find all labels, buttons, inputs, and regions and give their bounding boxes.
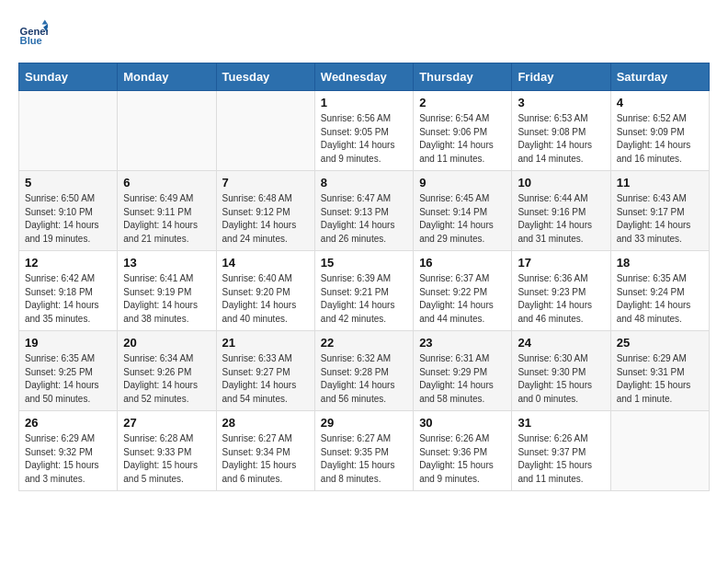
day-cell: 27Sunrise: 6:28 AM Sunset: 9:33 PM Dayli… xyxy=(118,411,216,491)
calendar-body: 1Sunrise: 6:56 AM Sunset: 9:05 PM Daylig… xyxy=(19,91,710,491)
day-number: 17 xyxy=(518,256,604,270)
day-cell: 31Sunrise: 6:26 AM Sunset: 9:37 PM Dayli… xyxy=(512,411,610,491)
day-info: Sunrise: 6:27 AM Sunset: 9:35 PM Dayligh… xyxy=(321,432,407,486)
day-info: Sunrise: 6:29 AM Sunset: 9:32 PM Dayligh… xyxy=(25,432,111,486)
day-number: 5 xyxy=(25,176,111,190)
day-cell: 21Sunrise: 6:33 AM Sunset: 9:27 PM Dayli… xyxy=(216,331,314,411)
day-info: Sunrise: 6:32 AM Sunset: 9:28 PM Dayligh… xyxy=(321,352,407,406)
day-number: 11 xyxy=(617,176,703,190)
day-number: 21 xyxy=(222,336,309,350)
day-number: 19 xyxy=(25,336,111,350)
day-number: 12 xyxy=(25,256,111,270)
day-info: Sunrise: 6:29 AM Sunset: 9:31 PM Dayligh… xyxy=(617,352,703,406)
day-header-saturday: Saturday xyxy=(610,63,709,91)
week-row-2: 5Sunrise: 6:50 AM Sunset: 9:10 PM Daylig… xyxy=(19,171,710,251)
day-cell: 12Sunrise: 6:42 AM Sunset: 9:18 PM Dayli… xyxy=(19,251,118,331)
day-cell: 14Sunrise: 6:40 AM Sunset: 9:20 PM Dayli… xyxy=(216,251,314,331)
day-info: Sunrise: 6:30 AM Sunset: 9:30 PM Dayligh… xyxy=(518,352,604,406)
day-number: 18 xyxy=(617,256,703,270)
day-cell: 4Sunrise: 6:52 AM Sunset: 9:09 PM Daylig… xyxy=(610,91,709,171)
day-info: Sunrise: 6:27 AM Sunset: 9:34 PM Dayligh… xyxy=(222,432,309,486)
day-cell: 9Sunrise: 6:45 AM Sunset: 9:14 PM Daylig… xyxy=(414,171,512,251)
day-cell: 30Sunrise: 6:26 AM Sunset: 9:36 PM Dayli… xyxy=(414,411,512,491)
day-number: 20 xyxy=(123,336,210,350)
day-info: Sunrise: 6:35 AM Sunset: 9:25 PM Dayligh… xyxy=(25,352,111,406)
day-info: Sunrise: 6:42 AM Sunset: 9:18 PM Dayligh… xyxy=(25,272,111,326)
day-info: Sunrise: 6:31 AM Sunset: 9:29 PM Dayligh… xyxy=(419,352,506,406)
day-cell: 23Sunrise: 6:31 AM Sunset: 9:29 PM Dayli… xyxy=(414,331,512,411)
day-cell: 16Sunrise: 6:37 AM Sunset: 9:22 PM Dayli… xyxy=(414,251,512,331)
day-cell: 8Sunrise: 6:47 AM Sunset: 9:13 PM Daylig… xyxy=(314,171,413,251)
day-header-thursday: Thursday xyxy=(414,63,512,91)
day-number: 16 xyxy=(419,256,506,270)
day-info: Sunrise: 6:52 AM Sunset: 9:09 PM Dayligh… xyxy=(617,112,703,166)
day-number: 31 xyxy=(518,416,604,430)
day-info: Sunrise: 6:26 AM Sunset: 9:37 PM Dayligh… xyxy=(518,432,604,486)
day-number: 10 xyxy=(518,176,604,190)
day-header-tuesday: Tuesday xyxy=(216,63,314,91)
day-cell: 20Sunrise: 6:34 AM Sunset: 9:26 PM Dayli… xyxy=(118,331,216,411)
day-number: 8 xyxy=(321,176,407,190)
day-cell: 2Sunrise: 6:54 AM Sunset: 9:06 PM Daylig… xyxy=(414,91,512,171)
day-cell: 17Sunrise: 6:36 AM Sunset: 9:23 PM Dayli… xyxy=(512,251,610,331)
day-cell: 19Sunrise: 6:35 AM Sunset: 9:25 PM Dayli… xyxy=(19,331,118,411)
calendar-header: SundayMondayTuesdayWednesdayThursdayFrid… xyxy=(19,63,710,91)
day-number: 30 xyxy=(419,416,506,430)
day-cell: 25Sunrise: 6:29 AM Sunset: 9:31 PM Dayli… xyxy=(610,331,709,411)
day-cell xyxy=(118,91,216,171)
day-cell: 24Sunrise: 6:30 AM Sunset: 9:30 PM Dayli… xyxy=(512,331,610,411)
day-info: Sunrise: 6:35 AM Sunset: 9:24 PM Dayligh… xyxy=(617,272,703,326)
day-cell xyxy=(610,411,709,491)
day-number: 29 xyxy=(321,416,407,430)
day-info: Sunrise: 6:34 AM Sunset: 9:26 PM Dayligh… xyxy=(123,352,210,406)
day-info: Sunrise: 6:39 AM Sunset: 9:21 PM Dayligh… xyxy=(321,272,407,326)
day-number: 1 xyxy=(321,96,407,109)
day-number: 9 xyxy=(419,176,506,190)
day-number: 4 xyxy=(617,96,703,109)
day-cell xyxy=(216,91,314,171)
day-info: Sunrise: 6:53 AM Sunset: 9:08 PM Dayligh… xyxy=(518,112,604,166)
day-info: Sunrise: 6:54 AM Sunset: 9:06 PM Dayligh… xyxy=(419,112,506,166)
day-info: Sunrise: 6:36 AM Sunset: 9:23 PM Dayligh… xyxy=(518,272,604,326)
day-info: Sunrise: 6:49 AM Sunset: 9:11 PM Dayligh… xyxy=(123,192,210,246)
day-cell: 18Sunrise: 6:35 AM Sunset: 9:24 PM Dayli… xyxy=(610,251,709,331)
day-number: 2 xyxy=(419,96,506,109)
day-number: 15 xyxy=(321,256,407,270)
day-info: Sunrise: 6:41 AM Sunset: 9:19 PM Dayligh… xyxy=(123,272,210,326)
day-number: 24 xyxy=(518,336,604,350)
day-info: Sunrise: 6:47 AM Sunset: 9:13 PM Dayligh… xyxy=(321,192,407,246)
day-cell: 22Sunrise: 6:32 AM Sunset: 9:28 PM Dayli… xyxy=(314,331,413,411)
day-info: Sunrise: 6:37 AM Sunset: 9:22 PM Dayligh… xyxy=(419,272,506,326)
day-info: Sunrise: 6:45 AM Sunset: 9:14 PM Dayligh… xyxy=(419,192,506,246)
week-row-3: 12Sunrise: 6:42 AM Sunset: 9:18 PM Dayli… xyxy=(19,251,710,331)
day-info: Sunrise: 6:40 AM Sunset: 9:20 PM Dayligh… xyxy=(222,272,309,326)
day-cell: 28Sunrise: 6:27 AM Sunset: 9:34 PM Dayli… xyxy=(216,411,314,491)
svg-marker-2 xyxy=(42,20,48,25)
day-cell: 29Sunrise: 6:27 AM Sunset: 9:35 PM Dayli… xyxy=(314,411,413,491)
logo: General Blue xyxy=(18,18,48,48)
header-row: SundayMondayTuesdayWednesdayThursdayFrid… xyxy=(19,63,710,91)
svg-text:Blue: Blue xyxy=(20,35,42,46)
day-number: 28 xyxy=(222,416,309,430)
day-cell xyxy=(19,91,118,171)
day-cell: 15Sunrise: 6:39 AM Sunset: 9:21 PM Dayli… xyxy=(314,251,413,331)
page-header: General Blue xyxy=(18,18,710,48)
day-header-wednesday: Wednesday xyxy=(314,63,413,91)
day-cell: 1Sunrise: 6:56 AM Sunset: 9:05 PM Daylig… xyxy=(314,91,413,171)
day-cell: 11Sunrise: 6:43 AM Sunset: 9:17 PM Dayli… xyxy=(610,171,709,251)
day-number: 7 xyxy=(222,176,309,190)
day-number: 6 xyxy=(123,176,210,190)
day-header-sunday: Sunday xyxy=(19,63,118,91)
day-cell: 26Sunrise: 6:29 AM Sunset: 9:32 PM Dayli… xyxy=(19,411,118,491)
calendar-table: SundayMondayTuesdayWednesdayThursdayFrid… xyxy=(18,63,710,491)
week-row-4: 19Sunrise: 6:35 AM Sunset: 9:25 PM Dayli… xyxy=(19,331,710,411)
day-cell: 7Sunrise: 6:48 AM Sunset: 9:12 PM Daylig… xyxy=(216,171,314,251)
day-number: 27 xyxy=(123,416,210,430)
day-number: 14 xyxy=(222,256,309,270)
day-info: Sunrise: 6:44 AM Sunset: 9:16 PM Dayligh… xyxy=(518,192,604,246)
day-cell: 13Sunrise: 6:41 AM Sunset: 9:19 PM Dayli… xyxy=(118,251,216,331)
day-info: Sunrise: 6:50 AM Sunset: 9:10 PM Dayligh… xyxy=(25,192,111,246)
logo-icon: General Blue xyxy=(18,18,48,48)
day-cell: 10Sunrise: 6:44 AM Sunset: 9:16 PM Dayli… xyxy=(512,171,610,251)
day-info: Sunrise: 6:26 AM Sunset: 9:36 PM Dayligh… xyxy=(419,432,506,486)
